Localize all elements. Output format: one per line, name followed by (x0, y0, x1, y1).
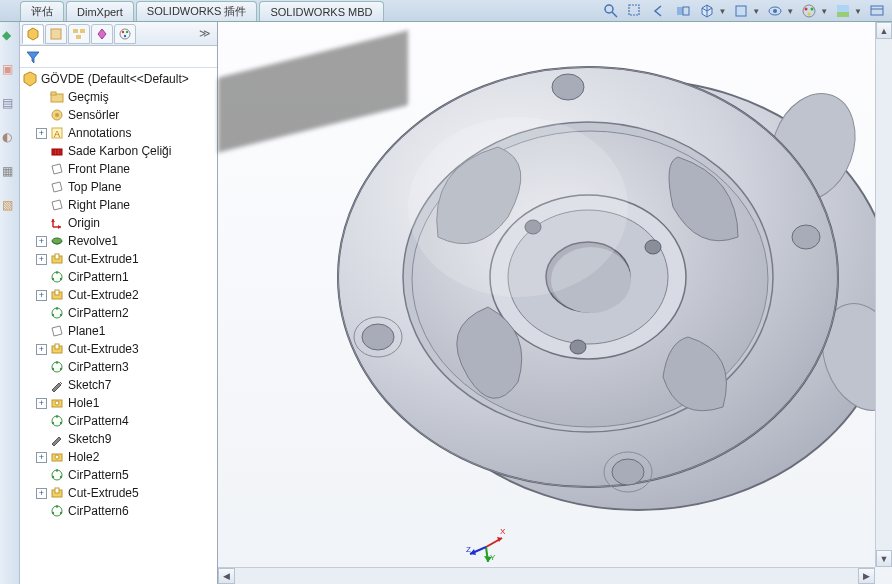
tree-item-topplane[interactable]: Top Plane (20, 178, 217, 196)
dimxpert-manager-tab[interactable] (91, 24, 113, 44)
plane-icon (49, 161, 65, 177)
hole-icon (49, 449, 65, 465)
tree-item-rightplane[interactable]: Right Plane (20, 196, 217, 214)
dropdown-icon[interactable]: ▼ (752, 7, 760, 16)
scroll-left-button[interactable]: ◀ (218, 568, 235, 584)
zoom-to-fit-icon[interactable] (602, 2, 620, 20)
display-style-icon[interactable] (732, 2, 750, 20)
tab-dimxpert[interactable]: DimXpert (66, 1, 134, 21)
tree-item-history[interactable]: Geçmiş (20, 88, 217, 106)
view-orientation-icon[interactable] (698, 2, 716, 20)
tab-mbd[interactable]: SOLIDWORKS MBD (259, 1, 383, 21)
tree-item-cirpattern6[interactable]: CirPattern6 (20, 502, 217, 520)
property-manager-tab[interactable] (45, 24, 67, 44)
svg-rect-14 (871, 6, 883, 15)
svg-point-0 (605, 5, 613, 13)
tree-item-cirpattern1[interactable]: CirPattern1 (20, 268, 217, 286)
tree-item-hole1[interactable]: +Hole1 (20, 394, 217, 412)
sensor-icon (49, 107, 65, 123)
tree-item-plane1[interactable]: Plane1 (20, 322, 217, 340)
svg-point-11 (808, 13, 811, 16)
svg-point-94 (645, 240, 661, 254)
svg-line-1 (612, 12, 617, 17)
tree-item-annotations[interactable]: +AAnnotations (20, 124, 217, 142)
tab-plugins[interactable]: SOLIDWORKS 插件 (136, 1, 258, 21)
svg-point-72 (52, 512, 54, 514)
design-library-icon[interactable]: ◆ (2, 28, 18, 44)
tree-item-frontplane[interactable]: Front Plane (20, 160, 217, 178)
dropdown-icon[interactable]: ▼ (786, 7, 794, 16)
configuration-manager-tab[interactable] (68, 24, 90, 44)
tree-item-material[interactable]: Sade Karbon Çeliği (20, 142, 217, 160)
svg-point-9 (805, 8, 808, 11)
tree-item-revolve1[interactable]: +Revolve1 (20, 232, 217, 250)
sketch-icon (49, 377, 65, 393)
filter-icon[interactable] (26, 50, 40, 64)
expand-icon[interactable]: + (36, 488, 47, 499)
circular-pattern-icon (49, 467, 65, 483)
revolve-icon (49, 233, 65, 249)
display-manager-tab[interactable] (114, 24, 136, 44)
tree-item-cirpattern3[interactable]: CirPattern3 (20, 358, 217, 376)
feature-tree[interactable]: GÖVDE (Default<<Default> Geçmiş Sensörle… (20, 68, 217, 584)
svg-point-40 (56, 271, 58, 273)
tree-root[interactable]: GÖVDE (Default<<Default> (20, 70, 217, 88)
tree-item-sketch7[interactable]: Sketch7 (20, 376, 217, 394)
expand-icon[interactable]: + (36, 452, 47, 463)
tree-item-sketch9[interactable]: Sketch9 (20, 430, 217, 448)
apply-scene-icon[interactable] (834, 2, 852, 20)
tree-item-cutextrude1[interactable]: +Cut-Extrude1 (20, 250, 217, 268)
svg-point-70 (56, 505, 58, 507)
scroll-right-button[interactable]: ▶ (858, 568, 875, 584)
svg-point-54 (52, 368, 54, 370)
view-palette-icon[interactable]: ▤ (2, 96, 18, 112)
graphics-viewport[interactable]: X Y Z (218, 22, 892, 584)
horizontal-scrollbar[interactable]: ◀ ▶ (218, 567, 875, 584)
expand-icon[interactable]: + (36, 254, 47, 265)
file-explorer-icon[interactable]: ▣ (2, 62, 18, 78)
dropdown-icon[interactable]: ▼ (854, 7, 862, 16)
svg-point-60 (52, 422, 54, 424)
previous-view-icon[interactable] (650, 2, 668, 20)
feature-manager-panel: ≫ GÖVDE (Default<<Default> Geçmiş Sensör… (20, 22, 218, 584)
tree-item-origin[interactable]: Origin (20, 214, 217, 232)
circular-pattern-icon (49, 305, 65, 321)
svg-point-23 (124, 34, 126, 36)
expand-icon[interactable]: + (36, 398, 47, 409)
tree-item-cutextrude3[interactable]: +Cut-Extrude3 (20, 340, 217, 358)
appearances-icon[interactable]: ◐ (2, 130, 18, 146)
scroll-up-button[interactable]: ▲ (876, 22, 892, 39)
circular-pattern-icon (49, 269, 65, 285)
dropdown-icon[interactable]: ▼ (820, 7, 828, 16)
hide-show-icon[interactable] (766, 2, 784, 20)
tree-item-cirpattern2[interactable]: CirPattern2 (20, 304, 217, 322)
expand-icon[interactable]: + (36, 236, 47, 247)
svg-point-90 (792, 225, 820, 249)
expand-icon[interactable]: + (36, 290, 47, 301)
tree-item-cirpattern5[interactable]: CirPattern5 (20, 466, 217, 484)
edit-appearance-icon[interactable] (800, 2, 818, 20)
scroll-down-button[interactable]: ▼ (876, 550, 892, 567)
section-view-icon[interactable] (674, 2, 692, 20)
coordinate-triad: X Y Z (466, 522, 506, 562)
tree-item-sensors[interactable]: Sensörler (20, 106, 217, 124)
svg-rect-17 (73, 29, 78, 33)
zoom-to-area-icon[interactable] (626, 2, 644, 20)
expand-icon[interactable]: + (36, 344, 47, 355)
material-icon (49, 143, 65, 159)
tab-evaluate[interactable]: 评估 (20, 1, 64, 21)
tree-item-hole2[interactable]: +Hole2 (20, 448, 217, 466)
tree-item-cutextrude2[interactable]: +Cut-Extrude2 (20, 286, 217, 304)
part-icon (22, 71, 38, 87)
dropdown-icon[interactable]: ▼ (718, 7, 726, 16)
plane-icon (49, 179, 65, 195)
vertical-scrollbar[interactable]: ▲ ▼ (875, 22, 892, 567)
tree-item-cutextrude5[interactable]: +Cut-Extrude5 (20, 484, 217, 502)
forum-icon[interactable]: ▧ (2, 198, 18, 214)
tree-item-cirpattern4[interactable]: CirPattern4 (20, 412, 217, 430)
view-settings-icon[interactable] (868, 2, 886, 20)
expand-icon[interactable]: + (36, 128, 47, 139)
custom-props-icon[interactable]: ▦ (2, 164, 18, 180)
panel-expand-icon[interactable]: ≫ (199, 27, 211, 40)
feature-manager-tab[interactable] (22, 24, 44, 44)
